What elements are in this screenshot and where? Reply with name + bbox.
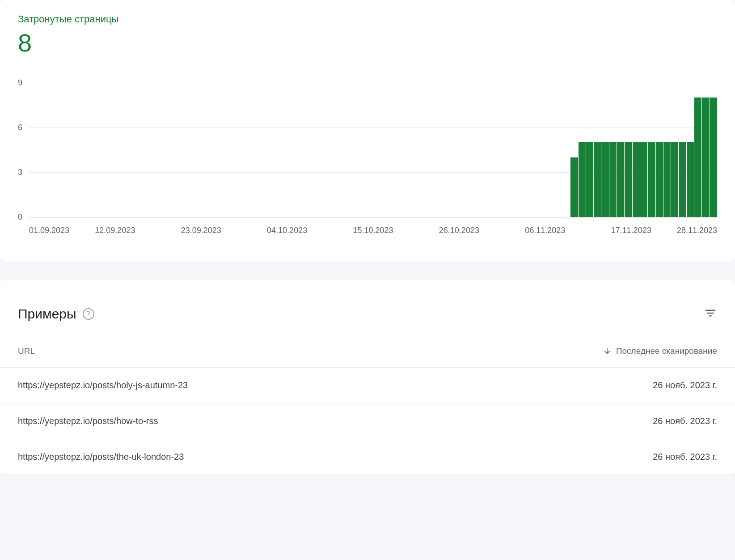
bar-slot xyxy=(540,83,547,217)
bar-slot xyxy=(83,83,91,217)
bar-slot xyxy=(168,83,176,217)
bar-slot xyxy=(408,83,416,217)
bar-slot xyxy=(377,83,384,217)
bar-slot xyxy=(215,83,222,217)
bar-slot xyxy=(555,83,562,217)
bar-slot xyxy=(292,83,300,217)
bar-slot xyxy=(532,83,539,217)
bar-slot xyxy=(702,83,710,217)
bar[interactable] xyxy=(694,98,701,217)
bar-slot xyxy=(369,83,377,217)
bar-slot xyxy=(508,83,516,217)
bar-slot xyxy=(477,83,485,217)
bar-chart[interactable]: 0369 01.09.202312.09.202323.09.202304.10… xyxy=(18,83,717,226)
bar[interactable] xyxy=(656,142,663,217)
bar-slot xyxy=(331,83,338,217)
bar[interactable] xyxy=(702,98,709,217)
bar-slot xyxy=(245,83,253,217)
col-last-crawl-label: Последнее сканирование xyxy=(616,346,717,356)
bar-slot xyxy=(594,83,601,217)
bar[interactable] xyxy=(648,142,655,217)
bar-slot xyxy=(122,83,130,217)
bar-slot xyxy=(486,83,493,217)
bar-slot xyxy=(114,83,122,217)
bar-slot xyxy=(176,83,184,217)
bar-slot xyxy=(76,83,83,217)
bar-slot xyxy=(423,83,431,217)
bar[interactable] xyxy=(633,142,640,217)
bar-slot xyxy=(493,83,501,217)
x-tick: 04.10.2023 xyxy=(267,226,307,235)
x-tick: 01.09.2023 xyxy=(29,226,69,235)
bar[interactable] xyxy=(663,142,671,217)
bar-slot xyxy=(447,83,454,217)
bar-slot xyxy=(269,83,276,217)
bar-slot xyxy=(68,83,75,217)
bar-slot xyxy=(400,83,408,217)
bar[interactable] xyxy=(609,142,617,217)
bar-slot xyxy=(99,83,106,217)
bar-slot xyxy=(416,83,423,217)
bar-slot xyxy=(199,83,207,217)
bar-slot xyxy=(562,83,570,217)
bar-slot xyxy=(462,83,470,217)
bar-slot xyxy=(655,83,663,217)
bar-slot xyxy=(625,83,632,217)
bar-slot xyxy=(346,83,354,217)
arrow-down-icon xyxy=(603,347,612,356)
table-row[interactable]: https://yepstepz.io/posts/the-uk-london-… xyxy=(0,439,735,475)
bar[interactable] xyxy=(710,98,717,217)
filter-icon[interactable] xyxy=(704,306,717,322)
bar-slot xyxy=(524,83,532,217)
bar[interactable] xyxy=(687,142,694,217)
x-tick: 26.10.2023 xyxy=(439,226,479,235)
bar-slot xyxy=(308,83,315,217)
bar-slot xyxy=(439,83,447,217)
bar-slot xyxy=(191,83,199,217)
bar[interactable] xyxy=(601,142,608,217)
bar-slot xyxy=(640,83,647,217)
bar[interactable] xyxy=(625,142,632,217)
bar[interactable] xyxy=(594,142,601,217)
examples-table: URL Последнее сканирование https://yepst… xyxy=(0,331,735,475)
url-cell: https://yepstepz.io/posts/how-to-rss xyxy=(18,416,158,426)
url-cell: https://yepstepz.io/posts/holy-js-autumn… xyxy=(18,380,188,390)
url-cell: https://yepstepz.io/posts/the-uk-london-… xyxy=(18,452,184,462)
x-tick: 17.11.2023 xyxy=(611,226,651,235)
bar-slot xyxy=(60,83,68,217)
col-url[interactable]: URL xyxy=(18,346,35,356)
bar[interactable] xyxy=(671,142,678,217)
table-row[interactable]: https://yepstepz.io/posts/how-to-rss26 н… xyxy=(0,403,735,439)
bar-slot xyxy=(516,83,524,217)
bar-slot xyxy=(431,83,439,217)
date-cell: 26 нояб. 2023 г. xyxy=(653,452,717,462)
bar[interactable] xyxy=(579,142,586,217)
metric-card: Затронутые страницы 8 0369 01.09.202312.… xyxy=(0,0,735,262)
bar-slot xyxy=(671,83,679,217)
bar[interactable] xyxy=(570,157,578,217)
bar-slot xyxy=(393,83,400,217)
bar-slot xyxy=(137,83,145,217)
col-last-crawl[interactable]: Последнее сканирование xyxy=(603,346,717,356)
bar[interactable] xyxy=(679,142,686,217)
bar-slot xyxy=(91,83,98,217)
bar-slot xyxy=(617,83,625,217)
metric-label: Затронутые страницы xyxy=(18,13,717,25)
help-icon[interactable]: ? xyxy=(83,308,94,320)
table-row[interactable]: https://yepstepz.io/posts/holy-js-autumn… xyxy=(0,368,735,403)
bar[interactable] xyxy=(617,142,624,217)
bar-slot xyxy=(470,83,477,217)
y-tick: 3 xyxy=(18,168,27,177)
bar[interactable] xyxy=(640,142,647,217)
bar-slot xyxy=(385,83,393,217)
examples-title: Примеры xyxy=(18,306,76,322)
bar-slot xyxy=(501,83,508,217)
bar-slot xyxy=(315,83,323,217)
bar-slot xyxy=(300,83,307,217)
bar-slot xyxy=(679,83,686,217)
bar[interactable] xyxy=(586,142,593,217)
bar-slot xyxy=(253,83,261,217)
gridline xyxy=(29,217,717,217)
bar-slot xyxy=(207,83,215,217)
x-tick: 23.09.2023 xyxy=(181,226,221,235)
